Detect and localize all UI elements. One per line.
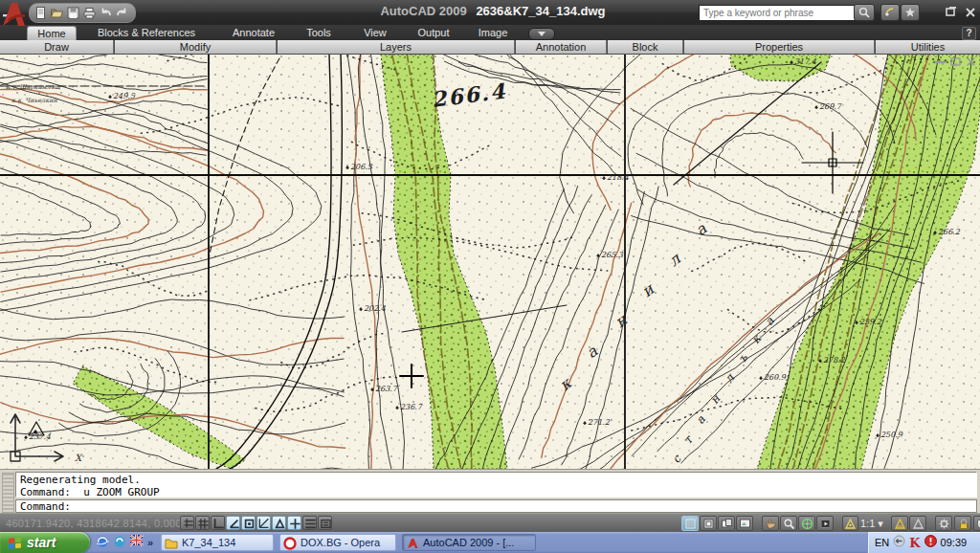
annotation-scale-icon[interactable]	[842, 516, 858, 531]
security-alert-icon[interactable]	[924, 534, 937, 551]
steering-wheel-button[interactable]	[798, 516, 815, 531]
toolbar-lock-button[interactable]	[954, 516, 971, 531]
ribbon-minimize-icon[interactable]	[528, 28, 555, 40]
statusbar-toggle-snap[interactable]	[180, 516, 194, 530]
statusbar-toggle-otrack[interactable]	[256, 516, 271, 530]
map-elevation-label: 206.3	[350, 163, 373, 171]
restore-button[interactable]	[944, 6, 959, 19]
map-elevation-label: 317.4	[794, 57, 817, 66]
internet-explorer-icon[interactable]	[96, 534, 109, 551]
statusbar-toggle-qp[interactable]	[318, 516, 332, 530]
favorites-star-icon[interactable]	[901, 4, 920, 21]
open-icon[interactable]	[50, 6, 64, 20]
panel-block[interactable]: Block	[608, 40, 683, 54]
language-indicator[interactable]: EN	[875, 537, 889, 548]
spot-height-dot	[597, 254, 599, 256]
start-label: start	[27, 535, 56, 550]
system-tray: EN K 09:39	[867, 532, 980, 553]
map-elevation-label: 259.2	[859, 318, 882, 326]
pan-button[interactable]	[762, 516, 779, 531]
safely-remove-icon[interactable]	[893, 534, 905, 551]
start-button[interactable]: start	[0, 532, 90, 553]
tab-tools[interactable]: Tools	[293, 26, 345, 40]
tab-view[interactable]: View	[350, 26, 400, 40]
command-window-grip[interactable]	[2, 473, 14, 513]
panel-annotation[interactable]: Annotation	[516, 40, 607, 54]
command-history-line: Command: _u ZOOM GROUP	[20, 486, 972, 498]
panel-modify[interactable]: Modify	[115, 40, 277, 54]
layout-button[interactable]	[700, 516, 717, 531]
statusbar-toggle-ortho[interactable]	[211, 516, 225, 530]
quick-access-toolbar	[29, 3, 136, 23]
trusted-dwg-button[interactable]	[973, 516, 980, 531]
statusbar-toggle-lwt[interactable]	[302, 516, 317, 530]
map-elevation-label: 202.4	[364, 304, 387, 313]
undo-icon[interactable]	[99, 6, 113, 20]
taskbar-task-folder[interactable]: K7_34_134	[161, 534, 274, 551]
clock: 09:39	[941, 537, 968, 548]
map-elevation-label: 263.7	[375, 385, 398, 393]
communication-center-icon[interactable]	[880, 4, 900, 21]
workspace-gear-button[interactable]	[935, 516, 952, 531]
quick-view-drawings-button[interactable]	[736, 516, 753, 531]
taskbar-task-autocad[interactable]: AutoCAD 2009 - [...	[402, 534, 536, 551]
search-input[interactable]	[699, 5, 859, 21]
taskbar-task-opera[interactable]: DOX.BG - Opera	[279, 534, 396, 551]
overflow-chevron[interactable]: »	[147, 537, 153, 548]
annotation-visibility-button[interactable]	[891, 516, 908, 531]
map-margin-text: н.т. Шаркамлъщ	[6, 83, 61, 91]
quick-view-layouts-button[interactable]	[718, 516, 735, 531]
spot-height-dot	[791, 61, 792, 63]
redo-icon[interactable]	[115, 6, 129, 20]
tab-output[interactable]: Output	[406, 26, 461, 40]
topographic-map: X317.4269.7249.5265.3218.4206.3263.7236.…	[0, 55, 980, 469]
tab-blocks-references[interactable]: Blocks & References	[78, 26, 214, 40]
model-button[interactable]	[681, 516, 699, 531]
kaspersky-icon[interactable]: K	[909, 536, 920, 550]
map-elevation-label: 249.5	[113, 92, 136, 100]
statusbar-toggle-ducs[interactable]	[272, 516, 286, 530]
save-icon[interactable]	[66, 6, 80, 20]
zoom-button[interactable]	[780, 516, 797, 531]
map-elevation-label: 250.9	[880, 431, 903, 439]
spot-height-dot	[819, 360, 821, 362]
messenger-icon[interactable]	[113, 534, 126, 551]
map-elevation-label: 260.9	[764, 373, 787, 382]
autocad-logo-icon[interactable]	[0, 0, 27, 29]
opera-icon	[283, 537, 297, 549]
task-label: AutoCAD 2009 - [...	[423, 537, 514, 548]
panel-draw[interactable]: Draw	[0, 40, 114, 54]
spot-height-dot	[371, 388, 373, 390]
command-input[interactable]: Command:	[15, 499, 977, 513]
command-prompt: Command:	[20, 500, 71, 513]
statusbar-toggle-polar[interactable]	[226, 516, 240, 530]
statusbar-toggle-dyn[interactable]	[287, 516, 301, 530]
command-history: Regenerating model. Command: _u ZOOM GRO…	[15, 472, 977, 498]
tab-image[interactable]: Image	[467, 26, 519, 40]
drawing-canvas[interactable]: X317.4269.7249.5265.3218.4206.3263.7236.…	[0, 55, 980, 469]
tab-annotate[interactable]: Annotate	[218, 26, 289, 40]
folder-icon	[165, 537, 178, 549]
search-magnifier-icon[interactable]	[854, 4, 875, 21]
map-elevation-label: 218.4	[607, 173, 630, 182]
help-button[interactable]: ?	[962, 27, 976, 40]
panel-properties[interactable]: Properties	[684, 40, 875, 54]
annotation-scale-value[interactable]: 1:1 ▾	[860, 518, 883, 530]
tab-home[interactable]: Home	[27, 26, 77, 41]
uk-flag-icon[interactable]	[130, 534, 144, 551]
spot-height-dot	[856, 321, 858, 323]
statusbar-toggle-osnap[interactable]	[241, 516, 256, 530]
new-icon[interactable]	[33, 6, 48, 20]
panel-layers[interactable]: Layers	[278, 40, 515, 54]
auto-annotation-scale-button[interactable]	[909, 516, 926, 531]
spot-height-dot	[815, 106, 817, 108]
spot-height-dot	[760, 377, 762, 379]
map-margin-text: к.к. Чиьелкин	[11, 97, 58, 104]
close-button[interactable]	[963, 6, 978, 19]
panel-utilities[interactable]: Utilities	[876, 40, 980, 54]
plot-icon[interactable]	[82, 6, 97, 20]
show-motion-button[interactable]	[816, 516, 834, 531]
statusbar-toggle-grid[interactable]	[195, 516, 210, 530]
map-elevation-label: 265.3	[601, 251, 624, 259]
spot-height-dot	[346, 166, 348, 168]
